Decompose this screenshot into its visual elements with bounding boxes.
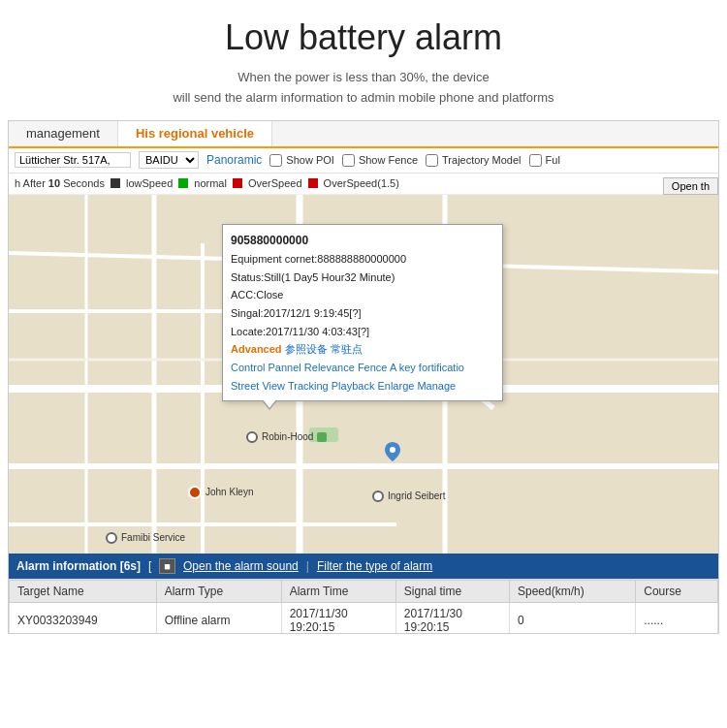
street-view-link[interactable]: Street View <box>231 380 285 392</box>
cell-speed: 0 <box>509 602 635 634</box>
map-ui: management His regional vehicle BAIDU Go… <box>8 120 719 634</box>
col-signal-time: Signal time <box>395 580 509 602</box>
col-alarm-time: Alarm Time <box>281 580 395 602</box>
legend-normal-label: normal <box>194 177 227 189</box>
cell-alarm-time: 2017/11/30 19:20:15 <box>281 602 395 634</box>
manage-link[interactable]: Manage <box>417 380 456 392</box>
alarm-table-wrap: Target Name Alarm Type Alarm Time Signal… <box>9 579 718 634</box>
page-title: Low battery alarm <box>19 17 708 58</box>
subtitle: When the power is less than 30%, the dev… <box>19 68 708 109</box>
enlarge-link[interactable]: Enlarge <box>377 380 414 392</box>
link-row-2: Control Pannel Relevance Fence A key for… <box>231 359 494 377</box>
open-alarm-sound-link[interactable]: Open the alarm sound <box>183 559 299 573</box>
fortify-link[interactable]: A key fortificatio <box>390 362 464 373</box>
trajectory-checkbox[interactable] <box>426 154 438 167</box>
link-row-3: Street View Tracking Playback Enlarge Ma… <box>231 377 494 396</box>
legend-prefix: h After 10 Seconds <box>15 177 105 189</box>
open-th-button[interactable]: Open th <box>663 177 718 195</box>
map-provider-select[interactable]: BAIDU Google OSM <box>139 151 199 169</box>
equipment-row: Equipment cornet:888888880000000 <box>231 250 494 269</box>
full-checkbox[interactable] <box>529 154 542 167</box>
cell-alarm-type: Offline alarm <box>156 602 281 634</box>
filter-alarm-link[interactable]: Filter the type of alarm <box>317 559 432 573</box>
show-fence-checkbox-group[interactable]: Show Fence <box>342 154 418 167</box>
control-panel-link[interactable]: Control Pannel <box>231 362 301 373</box>
tab-bar: management His regional vehicle <box>9 121 718 148</box>
legend-overspeed-dot <box>233 178 242 188</box>
legend-lowspeed-dot <box>111 178 120 188</box>
trajectory-checkbox-group[interactable]: Trajectory Model <box>426 154 522 167</box>
relevance-fence-link[interactable]: Relevance Fence <box>304 362 388 373</box>
alarm-table: Target Name Alarm Type Alarm Time Signal… <box>9 580 718 634</box>
popup-inner-arrow <box>263 399 276 408</box>
alarm-bar: Alarm information [6s] [ ■ Open the alar… <box>9 554 718 579</box>
status-row: Status:Still(1 Day5 Hour32 Minute) <box>231 269 494 287</box>
signal-row: Singal:2017/12/1 9:19:45[?] <box>231 304 494 323</box>
map-area[interactable]: KletterwaId Aachen Elekto Brenscheidt Ro… <box>9 195 718 554</box>
cell-course: ...... <box>636 602 718 634</box>
map-label-famibi: Famibi Service <box>106 532 185 544</box>
normal-stop-link[interactable]: 常驻点 <box>331 343 363 355</box>
toolbar: BAIDU Google OSM Panoramic Show POI Show… <box>9 148 718 174</box>
show-poi-checkbox[interactable] <box>269 154 282 167</box>
info-popup: 905880000000 Equipment cornet:8888888800… <box>222 224 503 402</box>
map-toolbar-row: h After 10 Seconds lowSpeed normal OverS… <box>9 174 718 195</box>
table-header-row: Target Name Alarm Type Alarm Time Signal… <box>10 580 718 602</box>
alarm-bar-sep: | <box>306 559 309 573</box>
show-fence-checkbox[interactable] <box>342 154 355 167</box>
full-checkbox-group[interactable]: Ful <box>529 154 560 167</box>
alarm-bar-title: Alarm information [6s] <box>16 559 141 573</box>
col-target-name: Target Name <box>10 580 157 602</box>
show-poi-checkbox-group[interactable]: Show POI <box>269 154 334 167</box>
header-section: Low battery alarm When the power is less… <box>0 0 727 120</box>
acc-row: ACC:Close <box>231 286 494 304</box>
map-pin[interactable] <box>385 442 400 465</box>
device-id: 905880000000 <box>231 231 494 250</box>
legend-lowspeed-label: lowSpeed <box>126 177 173 189</box>
col-alarm-type: Alarm Type <box>156 580 281 602</box>
link-row-1: Advanced 参照设备 常驻点 <box>231 340 494 359</box>
tab-his-regional-vehicle[interactable]: His regional vehicle <box>118 121 272 146</box>
locate-row: Locate:2017/11/30 4:03:43[?] <box>231 323 494 341</box>
legend-overspeed15-dot <box>308 178 318 188</box>
ref-equip-link[interactable]: 参照设备 <box>285 343 328 355</box>
playback-link[interactable]: Playback <box>332 380 375 392</box>
tab-management[interactable]: management <box>9 121 118 146</box>
cell-signal-time: 2017/11/30 19:20:15 <box>395 602 509 634</box>
alarm-sound-icon-btn[interactable]: ■ <box>159 558 175 574</box>
col-speed: Speed(km/h) <box>509 580 635 602</box>
legend-overspeed15-label: OverSpeed(1.5) <box>324 177 399 189</box>
legend-overspeed-label: OverSpeed <box>248 177 302 189</box>
table-row: XY0033203949 Offline alarm 2017/11/30 19… <box>10 602 718 634</box>
advanced-link[interactable]: Advanced <box>231 343 282 355</box>
tracking-link[interactable]: Tracking <box>288 380 329 392</box>
svg-point-14 <box>390 447 395 453</box>
map-label-robin-hood: Robin-Hood <box>246 431 327 443</box>
legend-normal-dot <box>178 178 188 188</box>
map-label-john-kleyn: John Kleyn <box>188 486 253 499</box>
map-label-ingrid: Ingrid Seibert <box>372 491 445 502</box>
address-input[interactable] <box>15 152 131 168</box>
panoramic-link[interactable]: Panoramic <box>206 153 262 167</box>
cell-target: XY0033203949 <box>10 602 157 634</box>
col-course: Course <box>636 580 718 602</box>
legend-bar: h After 10 Seconds lowSpeed normal OverS… <box>9 174 718 195</box>
